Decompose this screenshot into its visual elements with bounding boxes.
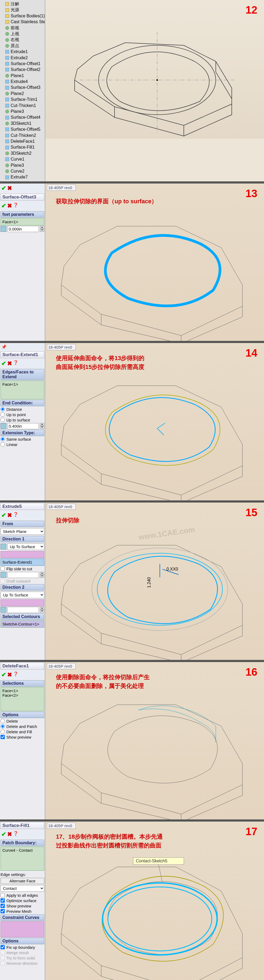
viewport-14[interactable]: 18-405P rev0 14 使用延伸曲面命令，将13步得到的曲面延伸到15步… (45, 343, 264, 500)
offset-distance[interactable]: ▲▼ (0, 226, 44, 232)
end-condition-2[interactable]: Up To Surface (0, 592, 44, 598)
check-apply-all[interactable]: Apply to all edges (0, 893, 44, 897)
tree-item[interactable]: DeleteFace1 (5, 138, 44, 144)
check-show-preview[interactable]: Show preview (0, 904, 44, 908)
help-icon[interactable]: ❓ (13, 831, 18, 838)
offset-value-input[interactable] (8, 226, 39, 232)
pin-icon[interactable]: 📌 (2, 344, 7, 349)
cancel-icon[interactable]: ✖ (7, 185, 12, 192)
tree-item[interactable]: Surface-Offset1 (5, 61, 44, 67)
help-icon[interactable]: ❓ (13, 512, 18, 519)
tree-item[interactable]: 前视 (5, 25, 44, 31)
tree-item[interactable]: Extrude1 (5, 49, 44, 55)
cancel-icon[interactable]: ✖ (7, 512, 12, 519)
tree-item[interactable]: 注解 (5, 1, 44, 7)
tree-item[interactable]: Extrude4 (5, 79, 44, 84)
panel-surface-extend[interactable]: 📌 Surface-Extend1 ✔✖❓ Edges/Faces to Ext… (0, 343, 45, 500)
tree-item[interactable]: 3DSketch2 (5, 150, 44, 156)
panel-surface-offset[interactable]: ✔✖ Surface-Offset3 ✔✖❓ fset parameters F… (0, 183, 45, 341)
extend-distance[interactable]: ▲▼ (0, 423, 44, 429)
tree-item[interactable]: 右视 (5, 37, 44, 43)
tree-item[interactable]: Surface-Offset4 (5, 115, 44, 120)
feature-tree[interactable]: 注解光源Surface Bodies(1)Cast Stainless Stee… (0, 0, 45, 181)
face-list[interactable]: Face<1>Face<2> (0, 687, 44, 711)
tree-item[interactable]: Cut-Thicken2 (5, 132, 44, 138)
tree-item[interactable]: Surface-Trim1 (5, 97, 44, 102)
viewport-17[interactable]: 18-405P rev0 17 17、18步制作阀板的密封圆槽。本步先通过投影曲… (45, 822, 264, 980)
tree-item[interactable]: 3DSketch1 (5, 121, 44, 126)
ok-icon[interactable]: ✔ (2, 185, 6, 192)
check-fix-boundary[interactable]: Fix up boundary (0, 945, 44, 950)
tree-item[interactable]: Surface Bodies(1) (5, 13, 44, 19)
cancel-icon[interactable]: ✖ (7, 831, 12, 838)
radio-delete-patch[interactable]: Delete and Patch (0, 724, 44, 729)
check-optimize[interactable]: Optimize surface (0, 898, 44, 903)
from-select[interactable]: Sketch Plane (0, 528, 44, 535)
tree-item[interactable]: Surface-Fill1 (5, 144, 44, 150)
tree-item[interactable]: Surface-Offset5 (5, 126, 44, 132)
contour-item[interactable]: Sketch4-Contour<1> (0, 620, 44, 628)
viewport-16[interactable]: 18-405P rev0 16 使用删除面命令，将拉伸切除后产生的不必要曲面删除… (45, 662, 264, 819)
viewport-12[interactable]: 12 (45, 0, 264, 139)
tree-item[interactable]: Plane3 (5, 108, 44, 115)
boundary-list[interactable]: Curve4 - Contact (0, 846, 44, 871)
distance-input[interactable] (8, 423, 39, 429)
tree-item[interactable]: Plane1 (5, 73, 44, 79)
radio-delete-fill[interactable]: Delete and Fill (0, 730, 44, 734)
check-merge-result[interactable]: Merge result (0, 950, 44, 955)
ok-icon[interactable]: ✔ (2, 831, 6, 838)
radio-up-to-surface[interactable]: Up to surface (0, 418, 44, 422)
contact-select[interactable]: Contact (0, 885, 44, 892)
ok-icon[interactable]: ✔ (2, 512, 6, 519)
check-preview-mesh[interactable]: Preview Mesh (0, 909, 44, 913)
viewport-15[interactable]: 18-405P rev0 15 拉伸切除 0.XX0 1.240 www.1CA… (45, 503, 264, 660)
radio-up-to-point[interactable]: Up to point (0, 412, 44, 417)
help-icon[interactable]: ❓ (13, 360, 18, 367)
panel-delete-face[interactable]: DeleteFace1 ✔✖❓ Selections Face<1>Face<2… (0, 662, 45, 819)
constraint-list[interactable] (0, 921, 44, 937)
radio-same-surface[interactable]: Same surface (0, 437, 44, 441)
flip-side[interactable]: Flip side to cut (0, 566, 44, 571)
tree-item[interactable]: 上视 (5, 31, 44, 37)
tree-item[interactable]: Plane2 (5, 91, 44, 97)
check-reverse[interactable]: Reverse direction (0, 961, 44, 966)
tree-item[interactable]: Extrude7 (5, 174, 44, 180)
radio-delete[interactable]: Delete (0, 719, 44, 724)
check-show-preview[interactable]: Show preview (0, 735, 44, 740)
tree-item[interactable]: 光源 (5, 7, 44, 13)
direction-vector[interactable] (0, 551, 44, 558)
panel-surface-fill[interactable]: Surface-Fill1 ✔✖❓ Patch Boundary: Curve4… (0, 822, 45, 980)
draft-icon[interactable] (0, 572, 6, 578)
radio-linear[interactable]: Linear (0, 442, 44, 447)
end-condition-1[interactable]: Up To Surface (8, 543, 44, 550)
tree-item[interactable]: Surface-Offset3 (5, 84, 44, 91)
draft-input-2[interactable] (8, 607, 39, 613)
tree-item[interactable]: Cast Stainless Steel (5, 19, 44, 25)
face-selection[interactable]: Face<1> (0, 381, 44, 399)
ok-icon[interactable]: ✔ (2, 360, 6, 367)
radio-distance[interactable]: Distance (0, 407, 44, 412)
help-icon[interactable]: ❓ (13, 202, 18, 209)
panel-extrude[interactable]: Extrude5 ✔✖❓ From Sketch Plane Direction… (0, 503, 45, 660)
cancel-icon[interactable]: ✖ (7, 671, 12, 678)
tree-item[interactable]: Surface-Offset2 (5, 67, 44, 73)
viewport-13[interactable]: 18-405P rev0 13 获取拉伸切除的界面（up to surface） (45, 183, 264, 341)
reverse-icon[interactable] (0, 544, 6, 549)
cancel-icon[interactable]: ✖ (7, 360, 12, 367)
target-surface-2[interactable] (0, 599, 44, 606)
check-form-solid[interactable]: Try to form solid (0, 956, 44, 960)
help-icon[interactable]: ❓ (13, 671, 18, 678)
ok-icon[interactable]: ✔ (2, 202, 6, 209)
tree-item[interactable]: Plane3 (5, 162, 44, 168)
cancel-icon[interactable]: ✖ (7, 202, 12, 209)
tree-item[interactable]: 原点 (5, 43, 44, 49)
draft-input[interactable] (8, 572, 39, 578)
draft-icon-2[interactable] (0, 607, 6, 613)
tree-item[interactable]: Curve1 (5, 156, 44, 162)
tree-item[interactable]: Curve2 (5, 168, 44, 174)
ok-icon[interactable]: ✔ (2, 671, 6, 678)
face-selection[interactable]: Face<1> (0, 218, 44, 225)
alternate-face-button[interactable]: Alternate Face (0, 878, 44, 884)
tree-item[interactable]: Cut-Thicken1 (5, 103, 44, 108)
tree-item[interactable]: Extrude2 (5, 55, 44, 61)
